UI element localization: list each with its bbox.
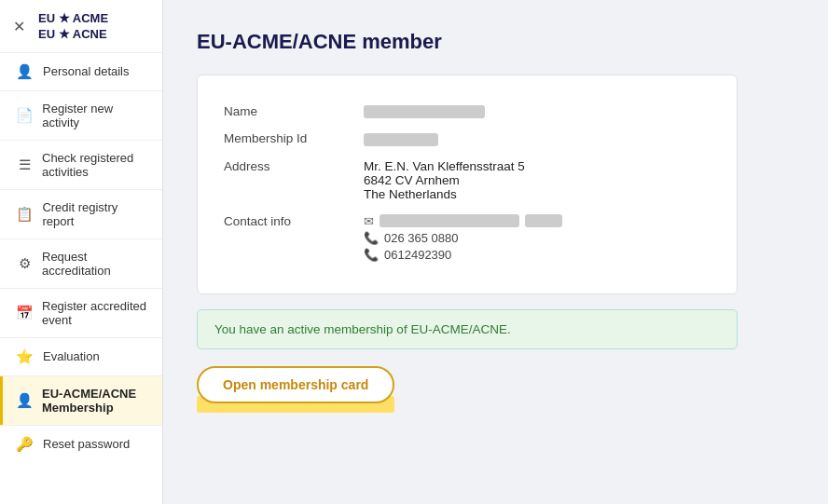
sidebar-item-label: Request accreditation xyxy=(42,250,149,278)
address-line1: Mr. E.N. Van Kleffensstraat 5 xyxy=(364,159,711,173)
gear-icon: ⚙ xyxy=(16,255,33,272)
sidebar-item-register-accredited-event[interactable]: 📅 Register accredited event xyxy=(0,289,162,337)
main-content: EU-ACME/ACNE member Name Membership Id A… xyxy=(163,0,828,504)
email-icon: ✉ xyxy=(364,214,374,228)
sidebar-item-check-registered-activities[interactable]: ☰ Check registered activities xyxy=(0,141,162,189)
sidebar-item-register-new-activity[interactable]: 📄 Register new activity xyxy=(0,91,162,140)
phone2-icon: 📞 xyxy=(364,248,379,262)
membership-notice: You have an active membership of EU-ACME… xyxy=(197,309,738,349)
address-value: Mr. E.N. Van Kleffensstraat 5 6842 CV Ar… xyxy=(364,153,711,208)
open-membership-card-button[interactable]: Open membership card xyxy=(197,366,394,403)
person-icon: 👤 xyxy=(16,63,34,80)
contact-value: ✉ 📞 026 365 0880 📞 0612492390 xyxy=(364,208,711,271)
membership-id-label: Membership Id xyxy=(224,125,364,152)
sidebar-item-request-accreditation[interactable]: ⚙ Request accreditation xyxy=(0,239,162,288)
sidebar-item-label: EU-ACME/ACNE Membership xyxy=(42,387,149,415)
sidebar: ✕ EU ★ ACME EU ★ ACNE 👤 Personal details… xyxy=(0,0,163,504)
sidebar-item-label: Credit registry report xyxy=(42,200,149,228)
sidebar-item-label: Personal details xyxy=(43,64,130,78)
calendar-icon: 📅 xyxy=(16,305,33,321)
file-icon: 📄 xyxy=(16,107,33,124)
contact-phone1: 026 365 0880 xyxy=(384,231,459,245)
contact-email-row: ✉ xyxy=(364,214,711,228)
list-icon: ☰ xyxy=(16,157,33,173)
close-button[interactable]: ✕ xyxy=(13,18,25,35)
sidebar-item-credit-registry-report[interactable]: 📋 Credit registry report xyxy=(0,190,162,238)
membership-id-value xyxy=(364,125,711,152)
sidebar-item-label: Register new activity xyxy=(42,102,149,129)
star-icon: ⭐ xyxy=(16,348,34,365)
address-line3: The Netherlands xyxy=(364,187,711,201)
member-info-table: Name Membership Id Address Mr. E.N. Van … xyxy=(224,98,711,271)
name-blurred xyxy=(364,105,485,118)
sidebar-item-label: Check registered activities xyxy=(42,151,149,179)
contact-phone2: 0612492390 xyxy=(384,248,451,262)
report-icon: 📋 xyxy=(16,206,33,223)
address-label: Address xyxy=(224,153,364,208)
membership-id-blurred xyxy=(364,133,438,146)
sidebar-item-personal-details[interactable]: 👤 Personal details xyxy=(0,53,162,90)
sidebar-item-reset-password[interactable]: 🔑 Reset password xyxy=(0,426,162,463)
membership-person-icon: 👤 xyxy=(16,392,33,409)
email-blurred xyxy=(380,214,519,227)
sidebar-item-evaluation[interactable]: ⭐ Evaluation xyxy=(0,338,162,375)
logo: EU ★ ACME EU ★ ACNE xyxy=(38,11,108,43)
contact-phone1-row: 📞 026 365 0880 xyxy=(364,231,711,245)
phone1-icon: 📞 xyxy=(364,231,379,245)
member-info-card: Name Membership Id Address Mr. E.N. Van … xyxy=(197,75,738,294)
sidebar-item-label: Evaluation xyxy=(43,349,100,363)
contact-label: Contact info xyxy=(224,208,364,271)
sidebar-header: ✕ EU ★ ACME EU ★ ACNE xyxy=(0,0,162,53)
page-title: EU-ACME/ACNE member xyxy=(197,30,794,54)
name-label: Name xyxy=(224,98,364,125)
open-membership-card-wrapper: Open membership card xyxy=(197,366,394,403)
address-line2: 6842 CV Arnhem xyxy=(364,173,711,187)
sidebar-item-label: Reset password xyxy=(43,437,130,451)
sidebar-item-label: Register accredited event xyxy=(42,299,149,327)
email-blurred2 xyxy=(525,214,562,227)
sidebar-item-eu-acme-membership[interactable]: 👤 EU-ACME/ACNE Membership xyxy=(0,376,162,425)
key-icon: 🔑 xyxy=(16,436,34,453)
name-value xyxy=(364,98,711,125)
contact-phone2-row: 📞 0612492390 xyxy=(364,248,711,262)
